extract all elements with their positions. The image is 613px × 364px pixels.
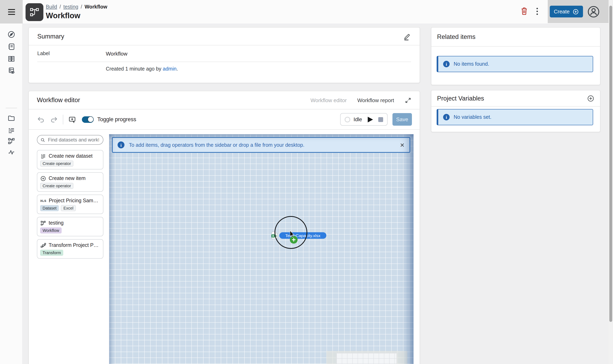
activity-icon xyxy=(7,148,15,156)
operator-title: Create new dataset xyxy=(49,153,93,159)
fullscreen-button[interactable] xyxy=(404,97,412,104)
account-button[interactable] xyxy=(587,5,600,18)
operator-search[interactable] xyxy=(37,135,103,145)
workflow-icon xyxy=(7,137,15,145)
app-root: Build / testing / Workflow Workflow xyxy=(0,0,613,364)
banner-close-button[interactable]: ✕ xyxy=(400,142,404,148)
tab-workflow-report[interactable]: Workflow report xyxy=(357,97,394,103)
page-scrollbar[interactable] xyxy=(609,0,613,364)
search-input[interactable] xyxy=(47,137,100,143)
created-user-link[interactable]: admin xyxy=(163,66,177,72)
undo-icon xyxy=(37,115,45,124)
add-comment-icon xyxy=(68,115,77,124)
sidebar-item-monitoring[interactable] xyxy=(7,148,15,156)
breadcrumb-separator: / xyxy=(81,4,82,10)
save-button[interactable]: Save xyxy=(392,113,412,126)
status-ring-icon xyxy=(345,117,350,122)
operator-create-new-dataset[interactable]: Create new dataset Create operator xyxy=(37,150,103,169)
avatar-icon xyxy=(587,5,600,18)
toggle-progress-switch[interactable] xyxy=(82,116,94,123)
undo-button[interactable] xyxy=(37,115,45,124)
related-items-empty-text: No items found. xyxy=(454,61,489,67)
operator-project-pricing-dataset[interactable]: XLS Project Pricing Sam… Dataset Excel xyxy=(37,195,103,214)
delete-button[interactable] xyxy=(520,7,528,16)
editor-body: Create new dataset Create operator xyxy=(29,130,420,364)
operator-title: Project Pricing Sam… xyxy=(49,198,98,204)
operator-panel: Create new dataset Create operator xyxy=(37,135,103,261)
add-variable-button[interactable] xyxy=(587,95,594,102)
dataset-lines-icon xyxy=(40,153,46,159)
scrollbar-thumb[interactable] xyxy=(609,6,612,322)
sidebar-item-datasets[interactable] xyxy=(7,127,15,135)
badge-workflow: Workflow xyxy=(40,227,62,234)
run-status-group: Idle xyxy=(340,113,388,126)
open-book-icon xyxy=(7,55,15,63)
badge-create-operator: Create operator xyxy=(40,183,73,189)
toolbar-divider xyxy=(63,115,63,124)
create-button-label: Create xyxy=(554,9,570,14)
breadcrumb-separator: / xyxy=(60,4,61,10)
info-icon: i xyxy=(443,114,450,120)
sidebar-item-catalog[interactable] xyxy=(7,55,15,63)
stop-button[interactable] xyxy=(378,117,383,122)
badge-create-operator: Create operator xyxy=(40,160,73,167)
folder-icon xyxy=(7,114,15,122)
breadcrumb-testing[interactable]: testing xyxy=(64,4,78,10)
breadcrumb: Build / testing / Workflow xyxy=(46,4,107,10)
xls-icon: XLS xyxy=(40,199,46,202)
more-options-button[interactable] xyxy=(536,7,538,15)
operator-transform[interactable]: Transform Project P… Transform xyxy=(37,239,103,259)
editor-title: Workflow editor xyxy=(37,96,311,104)
breadcrumb-build[interactable]: Build xyxy=(46,4,57,10)
badge-dataset: Dataset xyxy=(40,205,59,211)
info-icon: i xyxy=(443,61,450,67)
expand-icon xyxy=(404,97,412,104)
run-button[interactable] xyxy=(368,117,373,122)
summary-title: Summary xyxy=(37,33,403,40)
drag-preview-sheet xyxy=(336,353,397,364)
workflow-editor-card: Workflow editor Workflow editor Workflow… xyxy=(28,91,420,364)
operator-title: Create new item xyxy=(49,176,86,181)
related-items-empty-alert: i No items found. xyxy=(437,56,593,72)
operator-create-new-item[interactable]: Create new item Create operator xyxy=(37,172,103,192)
edit-summary-button[interactable] xyxy=(403,32,411,40)
related-items-card: Related items i No items found. xyxy=(431,27,600,85)
compass-icon xyxy=(7,30,15,39)
status-text: Idle xyxy=(353,116,362,122)
created-suffix: . xyxy=(177,66,178,72)
sidebar-item-notes[interactable] xyxy=(7,43,15,51)
operator-title: Transform Project P… xyxy=(49,242,99,248)
top-bar-right-panel: Create xyxy=(548,0,609,23)
sidebar-item-workflows[interactable] xyxy=(7,137,15,145)
create-button[interactable]: Create xyxy=(550,6,583,17)
workflow-canvas[interactable]: i To add items, drag operators from the … xyxy=(109,134,414,364)
operator-testing-workflow[interactable]: testing Workflow xyxy=(37,217,103,236)
plus-circle-icon xyxy=(587,95,594,102)
workflow-logo-icon xyxy=(28,6,40,18)
app-logo[interactable] xyxy=(26,3,43,21)
trash-icon xyxy=(520,7,528,16)
created-prefix: Created 1 minute ago by xyxy=(106,66,161,72)
summary-created-text: Created 1 minute ago by admin. xyxy=(106,66,411,72)
sidebar-item-explore[interactable] xyxy=(7,30,15,39)
breadcrumb-current: Workflow xyxy=(85,4,107,10)
icon-sidebar xyxy=(0,24,23,364)
operator-title: testing xyxy=(49,220,64,226)
hamburger-icon xyxy=(8,9,15,15)
sidebar-divider xyxy=(6,108,17,108)
banner-text: To add items, drag operators from the si… xyxy=(129,142,395,148)
menu-button[interactable] xyxy=(0,0,23,24)
badge-transform: Transform xyxy=(40,250,63,256)
add-note-button[interactable] xyxy=(68,115,77,124)
sidebar-item-folders[interactable] xyxy=(7,114,15,122)
redo-button[interactable] xyxy=(50,115,58,124)
notebook-icon xyxy=(7,43,15,51)
sidebar-item-data-view[interactable] xyxy=(7,66,15,75)
canvas-edge-shadow xyxy=(109,134,414,364)
editor-toolbar: Toggle progress Idle Save xyxy=(29,109,420,130)
summary-label-key: Label xyxy=(37,51,106,56)
tab-workflow-editor[interactable]: Workflow editor xyxy=(311,97,347,103)
dataset-lines-icon xyxy=(7,127,15,135)
search-icon xyxy=(40,137,45,143)
toggle-knob xyxy=(88,116,94,122)
